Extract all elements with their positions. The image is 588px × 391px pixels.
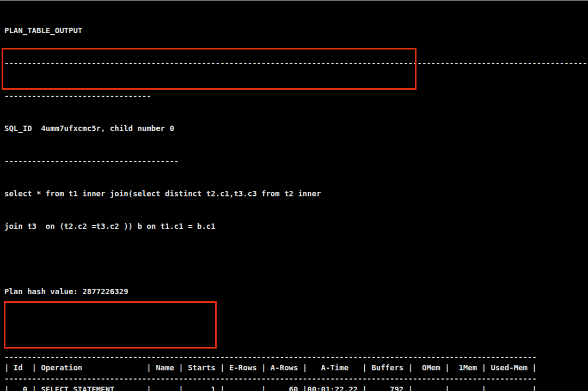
sql-text-line: join t3 on (t2.c2 =t3.c2 )) b on t1.c1 =…: [4, 221, 588, 232]
separator-wrapped: --------------------------------: [4, 90, 588, 101]
plan-table-output-screen: PLAN_TABLE_OUTPUT ----------------------…: [4, 3, 588, 391]
separator-full-width: ----------------------------------------…: [4, 58, 588, 69]
plan-table-row: | 0 | SELECT STATEMENT | | 1 | | 60 |00:…: [4, 384, 588, 391]
blank-line: [4, 253, 588, 264]
plan-output-title: PLAN_TABLE_OUTPUT: [4, 25, 588, 36]
blank-line: [4, 319, 588, 330]
sql-id-underline: --------------------------------------: [4, 156, 588, 166]
plan-table-separator: ----------------------------------------…: [4, 373, 588, 384]
plan-table: ----------------------------------------…: [4, 351, 588, 391]
plan-table-separator: ----------------------------------------…: [4, 351, 588, 362]
terminal-window: PLAN_TABLE_OUTPUT ----------------------…: [0, 0, 588, 391]
sql-text-line: select * from t1 inner join(select disti…: [4, 188, 588, 199]
plan-table-header-row: | Id | Operation | Name | Starts | E-Row…: [4, 362, 588, 373]
plan-hash-line: Plan hash value: 2877226329: [4, 286, 588, 297]
sql-id-line: SQL_ID 4umm7ufxcmc5r, child number 0: [4, 123, 588, 134]
